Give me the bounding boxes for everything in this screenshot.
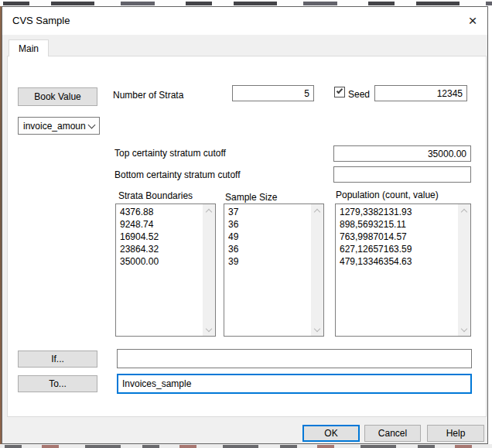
strata-boundaries-list[interactable]: 4376.88 9248.74 16904.52 23864.32 35000.… — [115, 203, 216, 337]
number-of-strata-label: Number of Strata — [113, 90, 183, 101]
background-window-bottom-fragment — [0, 444, 492, 448]
list-item[interactable]: 16904.52 — [120, 231, 202, 243]
chevron-down-icon — [314, 325, 320, 331]
bottom-cutoff-label: Bottom certainty stratum cutoff — [114, 169, 241, 180]
dialog-client-area: Main Book Value invoice_amoun Number of … — [2, 35, 487, 443]
list-item[interactable]: 37 — [228, 206, 310, 218]
strata-boundaries-label: Strata Boundaries — [118, 190, 193, 201]
list-item[interactable]: 36 — [228, 243, 310, 255]
chevron-up-icon — [314, 209, 320, 215]
sample-size-label: Sample Size — [225, 192, 277, 203]
to-input[interactable] — [117, 374, 472, 394]
if-button[interactable]: If... — [18, 351, 97, 368]
scroll-up-button[interactable] — [203, 204, 215, 217]
field-select-value: invoice_amoun — [23, 121, 89, 132]
list-item[interactable]: 35000.00 — [120, 255, 202, 268]
dialog-title: CVS Sample — [12, 15, 70, 26]
chevron-up-icon — [206, 209, 212, 215]
list-item[interactable]: 49 — [228, 231, 310, 243]
list-item[interactable]: 4376.88 — [120, 206, 202, 218]
ok-button[interactable]: OK — [302, 425, 360, 442]
population-label: Population (count, value) — [336, 190, 439, 200]
sample-size-list[interactable]: 37 36 49 36 39 — [224, 203, 324, 337]
background-window-top-fragment — [0, 0, 492, 6]
dialog-titlebar[interactable]: CVS Sample × — [2, 7, 487, 35]
chevron-down-icon — [461, 325, 467, 331]
list-item[interactable]: 627,12657163.59 — [340, 243, 457, 255]
list-item[interactable]: 9248.74 — [120, 218, 202, 231]
top-cutoff-label: Top certainty stratum cutoff — [114, 148, 226, 159]
scrollbar[interactable] — [203, 204, 215, 336]
cancel-button[interactable]: Cancel — [364, 425, 421, 442]
population-list[interactable]: 1279,3382131.93 898,5693215.11 763,99870… — [335, 203, 471, 337]
list-item[interactable]: 23864.32 — [120, 243, 202, 255]
scroll-down-button[interactable] — [458, 323, 470, 336]
chevron-up-icon — [461, 209, 467, 215]
chevron-down-icon — [88, 121, 96, 128]
number-of-strata-input[interactable] — [232, 85, 314, 101]
cvs-sample-dialog: CVS Sample × Main Book Value invoice_amo… — [2, 6, 488, 444]
seed-label: Seed — [348, 89, 370, 100]
list-item[interactable]: 479,13346354.63 — [340, 255, 457, 268]
chevron-down-icon — [206, 325, 212, 331]
tab-page-main: Book Value invoice_amoun Number of Strat… — [7, 56, 487, 417]
seed-input[interactable] — [374, 85, 467, 101]
close-icon: × — [468, 12, 477, 29]
help-button[interactable]: Help — [427, 425, 484, 442]
scrollbar[interactable] — [458, 204, 470, 336]
scroll-up-button[interactable] — [458, 204, 470, 217]
list-item[interactable]: 898,5693215.11 — [340, 218, 457, 231]
bottom-cutoff-input[interactable] — [333, 166, 471, 183]
book-value-button[interactable]: Book Value — [18, 87, 97, 106]
field-select[interactable]: invoice_amoun — [18, 117, 100, 135]
if-input[interactable] — [117, 349, 472, 368]
list-item[interactable]: 39 — [228, 255, 310, 268]
seed-checkbox[interactable] — [334, 87, 345, 97]
list-item[interactable]: 1279,3382131.93 — [340, 206, 457, 218]
tab-main[interactable]: Main — [9, 39, 49, 56]
scroll-down-button[interactable] — [311, 323, 323, 336]
scroll-down-button[interactable] — [203, 323, 215, 336]
scrollbar[interactable] — [311, 204, 323, 336]
close-button[interactable]: × — [461, 9, 484, 32]
list-item[interactable]: 36 — [228, 218, 310, 231]
list-item[interactable]: 763,9987014.57 — [340, 231, 457, 243]
check-icon — [337, 87, 343, 94]
to-button[interactable]: To... — [18, 375, 97, 392]
scroll-up-button[interactable] — [311, 204, 323, 217]
top-cutoff-input[interactable] — [333, 145, 471, 162]
